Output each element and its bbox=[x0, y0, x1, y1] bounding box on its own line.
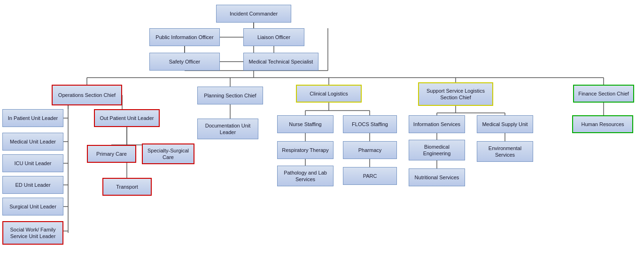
support-service-node: Support Service Logistics Section Chief bbox=[418, 82, 493, 106]
nurse-staffing-node: Nurse Staffing bbox=[277, 115, 334, 133]
medical-technical-node: Medical Technical Specialist bbox=[243, 53, 318, 71]
icu-unit-node: ICU Unit Leader bbox=[2, 154, 63, 172]
information-services-node: Information Services bbox=[409, 115, 465, 133]
org-chart: Incident Commander Public Information Of… bbox=[0, 0, 644, 255]
liaison-officer-node: Liaison Officer bbox=[243, 28, 304, 46]
social-work-node: Social Work/ Family Service Unit Leader bbox=[2, 221, 63, 245]
documentation-node: Documentation Unit Leader bbox=[197, 119, 258, 139]
respiratory-node: Respiratory Therapy bbox=[277, 141, 334, 159]
human-resources-node: Human Resources bbox=[572, 115, 633, 133]
medical-supply-node: Medical Supply Unit bbox=[477, 115, 533, 133]
nutritional-node: Nutritional Services bbox=[409, 168, 465, 186]
out-patient-node: Out Patient Unit Leader bbox=[94, 109, 160, 127]
specialty-surgical-node: Specialty-Surgical Care bbox=[142, 143, 194, 164]
medical-unit-node: Medical Unit Leader bbox=[2, 133, 63, 151]
operations-chief-node: Operations Section Chief bbox=[52, 85, 122, 105]
incident-commander-node: Incident Commander bbox=[216, 5, 291, 23]
biomedical-node: Biomedical Engineering bbox=[409, 140, 465, 160]
ed-unit-node: ED Unit Leader bbox=[2, 176, 63, 194]
pathology-node: Pathology and Lab Services bbox=[277, 166, 334, 186]
transport-node: Transport bbox=[102, 178, 152, 196]
flocs-staffing-node: FLOCS Staffing bbox=[343, 115, 397, 133]
pharmacy-node: Pharmacy bbox=[343, 141, 397, 159]
environmental-node: Environmental Services bbox=[477, 141, 533, 162]
parc-node: PARC bbox=[343, 167, 397, 185]
finance-chief-node: Finance Section Chief bbox=[573, 85, 634, 103]
planning-chief-node: Planning Section Chief bbox=[197, 87, 263, 104]
in-patient-node: In Patient Unit Leader bbox=[2, 109, 63, 127]
clinical-logistics-node: Clinical Logistics bbox=[296, 85, 362, 103]
public-info-officer-node: Public Information Officer bbox=[149, 28, 220, 46]
surgical-unit-node: Surgical Unit Leader bbox=[2, 198, 63, 215]
primary-care-node: Primary Care bbox=[87, 145, 136, 163]
safety-officer-node: Safety Officer bbox=[149, 53, 220, 71]
